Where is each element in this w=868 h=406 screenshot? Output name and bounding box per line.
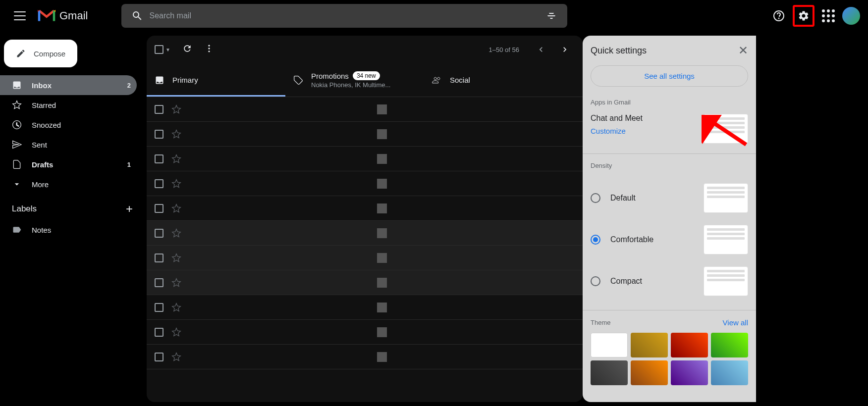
email-row[interactable] <box>147 147 583 171</box>
inbox-icon <box>155 75 164 85</box>
add-label-button[interactable]: + <box>126 202 133 216</box>
sidebar-item-drafts[interactable]: Drafts1 <box>0 154 137 174</box>
select-all[interactable]: ▼ <box>155 45 170 54</box>
theme-tile[interactable] <box>591 333 628 357</box>
refresh-icon <box>182 44 192 53</box>
sidebar-item-more[interactable]: More <box>0 174 137 194</box>
density-compact[interactable]: Compact <box>591 260 748 302</box>
density-default[interactable]: Default <box>591 177 748 219</box>
star-icon[interactable] <box>171 327 181 337</box>
sidebar-item-starred[interactable]: Starred <box>0 95 137 115</box>
email-row[interactable] <box>147 97 583 122</box>
email-row[interactable] <box>147 345 583 369</box>
support-button[interactable] <box>769 6 789 26</box>
quick-settings-panel: Quick settings ✕ See all settings Apps i… <box>583 36 756 402</box>
star-icon[interactable] <box>171 104 181 114</box>
email-row[interactable] <box>147 221 583 246</box>
more-button[interactable] <box>204 44 214 55</box>
email-row[interactable] <box>147 122 583 147</box>
theme-tile[interactable] <box>671 333 708 357</box>
gear-icon <box>798 10 810 22</box>
star-icon[interactable] <box>171 303 181 312</box>
star-icon[interactable] <box>171 203 181 213</box>
checkbox-icon <box>155 45 163 54</box>
sidebar-item-inbox[interactable]: Inbox2 <box>0 75 137 95</box>
email-checkbox[interactable] <box>155 179 163 188</box>
theme-tile[interactable] <box>631 333 668 357</box>
chevron-left-icon <box>536 45 546 54</box>
email-content-blurred <box>189 179 575 189</box>
email-row[interactable] <box>147 196 583 221</box>
search-icon[interactable] <box>125 4 149 28</box>
nav-label: Sent <box>32 141 131 149</box>
tab-promotions[interactable]: Promotions34 newNokia Phones, IK Multime… <box>285 63 424 97</box>
email-row[interactable] <box>147 295 583 320</box>
email-list <box>147 97 583 402</box>
theme-tile[interactable] <box>591 360 628 385</box>
star-icon[interactable] <box>171 253 181 263</box>
account-avatar[interactable] <box>842 7 860 25</box>
compose-button[interactable]: Compose <box>4 40 77 67</box>
star-icon[interactable] <box>171 179 181 189</box>
header-actions <box>769 5 860 27</box>
sidebar-item-snoozed[interactable]: Snoozed <box>0 115 137 135</box>
theme-tile[interactable] <box>631 360 668 385</box>
search-bar[interactable] <box>121 4 567 28</box>
star-icon[interactable] <box>171 228 181 238</box>
view-all-themes-link[interactable]: View all <box>723 318 748 327</box>
refresh-button[interactable] <box>182 44 192 55</box>
apps-grid-icon <box>822 9 835 22</box>
email-row[interactable] <box>147 270 583 295</box>
star-icon[interactable] <box>171 154 181 164</box>
density-comfortable[interactable]: Comfortable <box>591 219 748 260</box>
email-checkbox[interactable] <box>155 130 163 139</box>
close-settings-button[interactable]: ✕ <box>738 44 748 57</box>
theme-tile[interactable] <box>711 360 748 385</box>
email-checkbox[interactable] <box>155 229 163 238</box>
theme-tile[interactable] <box>671 360 708 385</box>
email-content-blurred <box>189 303 575 312</box>
toolbar: ▼ 1–50 of 56 <box>147 36 583 63</box>
inbox-icon <box>12 80 22 90</box>
next-page-button[interactable] <box>555 40 575 59</box>
tab-social[interactable]: Social <box>424 63 563 97</box>
star-icon[interactable] <box>171 352 181 362</box>
svg-point-1 <box>779 18 779 19</box>
sidebar: Compose Inbox2StarredSnoozedSentDrafts1M… <box>0 32 143 406</box>
main-menu-button[interactable] <box>8 4 32 28</box>
email-checkbox[interactable] <box>155 278 163 287</box>
email-row[interactable] <box>147 246 583 270</box>
chevron-right-icon <box>560 45 570 54</box>
email-checkbox[interactable] <box>155 328 163 337</box>
email-content-blurred <box>189 129 575 139</box>
chat-meet-thumb <box>704 114 748 144</box>
search-options-icon[interactable] <box>540 4 563 28</box>
label-notes[interactable]: Notes <box>0 220 137 240</box>
email-checkbox[interactable] <box>155 105 163 114</box>
gmail-logo[interactable]: Gmail <box>38 9 88 23</box>
page-info: 1–50 of 56 <box>489 46 519 53</box>
prev-page-button[interactable] <box>531 40 551 59</box>
sidebar-item-sent[interactable]: Sent <box>0 135 137 154</box>
email-checkbox[interactable] <box>155 303 163 312</box>
google-apps-button[interactable] <box>818 6 838 26</box>
density-thumb <box>704 266 748 296</box>
see-all-settings-button[interactable]: See all settings <box>591 65 748 87</box>
density-section-title: Density <box>591 162 748 169</box>
email-checkbox[interactable] <box>155 353 163 361</box>
email-checkbox[interactable] <box>155 204 163 213</box>
email-row[interactable] <box>147 171 583 196</box>
apps-section-title: Apps in Gmail <box>591 99 748 106</box>
theme-tile[interactable] <box>711 333 748 357</box>
tab-primary[interactable]: Primary <box>147 63 285 97</box>
tab-subtitle: Nokia Phones, IK Multime... <box>311 81 390 89</box>
email-checkbox[interactable] <box>155 254 163 262</box>
customize-link[interactable]: Customize <box>591 127 643 135</box>
email-checkbox[interactable] <box>155 154 163 163</box>
email-row[interactable] <box>147 320 583 345</box>
search-input[interactable] <box>149 11 540 20</box>
settings-button[interactable] <box>796 8 812 24</box>
density-label: Default <box>610 194 636 203</box>
star-icon[interactable] <box>171 129 181 139</box>
star-icon[interactable] <box>171 278 181 288</box>
